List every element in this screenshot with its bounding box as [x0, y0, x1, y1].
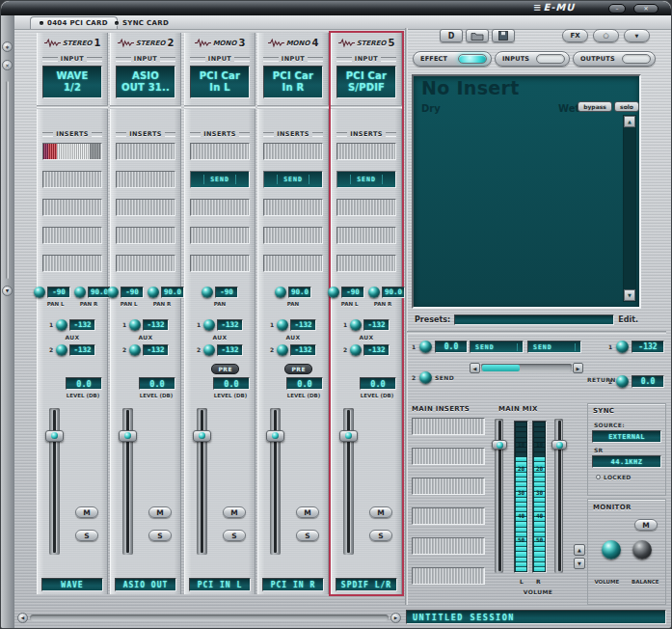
main-fader-left-handle[interactable]: [492, 440, 507, 450]
aux1-knob[interactable]: [56, 319, 67, 331]
scrollbar-thumb[interactable]: [482, 365, 520, 371]
aux1-return-display[interactable]: -132: [632, 341, 664, 353]
aux1-display[interactable]: -132: [217, 319, 243, 331]
aux1-knob[interactable]: [350, 319, 362, 331]
channel-fader-track[interactable]: [343, 408, 354, 555]
aux1-display[interactable]: -132: [69, 319, 95, 331]
insert-slot[interactable]: [336, 227, 396, 244]
tab-0404-pci-card[interactable]: 0404 PCI CARD: [30, 16, 118, 29]
input-name-display[interactable]: WAVE 1/2: [42, 66, 102, 98]
scroll-up-button[interactable]: ▲: [624, 116, 635, 127]
channel-fader-handle[interactable]: [339, 430, 358, 442]
main-insert-slot[interactable]: [412, 567, 485, 585]
aux2-knob[interactable]: [56, 344, 67, 356]
focus-button[interactable]: ○: [593, 29, 619, 42]
aux1-display[interactable]: -132: [290, 319, 316, 331]
insert-slot[interactable]: [42, 199, 102, 216]
main-insert-slot[interactable]: [412, 507, 485, 525]
insert-slot[interactable]: [263, 255, 323, 272]
rail-scroll-down-button[interactable]: ▼: [2, 286, 13, 296]
scroll-left-button[interactable]: ◀: [470, 363, 480, 373]
input-name-display[interactable]: PCI Car In L: [190, 66, 250, 98]
main-insert-slot[interactable]: [412, 478, 485, 495]
level-display[interactable]: 0.0: [213, 377, 250, 390]
aux2-display[interactable]: -132: [143, 344, 169, 356]
presets-field[interactable]: [454, 314, 614, 325]
pre-fader-badge[interactable]: PRE: [211, 364, 239, 374]
save-session-button[interactable]: [492, 29, 515, 42]
close-button[interactable]: ✕: [633, 4, 659, 14]
aux1-knob[interactable]: [203, 319, 215, 331]
insert-slot[interactable]: [42, 171, 102, 188]
insert-slot[interactable]: [336, 255, 396, 272]
pan-right-display[interactable]: 90.0: [161, 287, 184, 298]
insert-slot[interactable]: [336, 199, 396, 216]
aux2-bus-insert-slot[interactable]: SEND: [527, 341, 581, 353]
mute-button[interactable]: M: [369, 506, 392, 518]
insert-slot-send[interactable]: SEND: [336, 171, 396, 188]
main-fader-left-track[interactable]: [495, 419, 503, 573]
pan-right-knob[interactable]: [74, 287, 86, 298]
solo-button[interactable]: S: [75, 530, 98, 541]
volume-up-button[interactable]: ▲: [574, 544, 585, 556]
solo-button[interactable]: S: [296, 530, 319, 541]
fx-solo-button[interactable]: solo: [614, 101, 639, 112]
aux2-display[interactable]: -132: [363, 344, 390, 356]
level-display[interactable]: 0.0: [139, 377, 175, 390]
pan-left-knob[interactable]: [328, 287, 339, 298]
channel-fader-handle[interactable]: [193, 430, 211, 442]
aux1-return-knob[interactable]: [616, 341, 629, 353]
input-name-display[interactable]: PCI Car In R: [263, 66, 323, 98]
aux1-send-display[interactable]: 0.0: [435, 341, 468, 353]
aux2-knob[interactable]: [129, 344, 141, 356]
insert-slot[interactable]: [336, 143, 396, 160]
pan-left-knob[interactable]: [107, 287, 119, 298]
scroll-down-button[interactable]: ▼: [624, 289, 635, 301]
main-insert-slot[interactable]: [412, 448, 485, 465]
rail-button-1[interactable]: ∗: [2, 41, 13, 52]
sync-source-display[interactable]: EXTERNAL: [592, 430, 661, 443]
mute-button[interactable]: M: [223, 506, 246, 518]
insert-slot[interactable]: [42, 255, 102, 272]
tab-outputs[interactable]: OUTPUTS: [573, 51, 656, 67]
main-insert-slot[interactable]: [412, 537, 485, 555]
insert-slot[interactable]: [263, 143, 323, 160]
mute-button[interactable]: M: [148, 506, 172, 518]
aux2-display[interactable]: -132: [217, 344, 243, 356]
insert-slot-meter[interactable]: [42, 143, 102, 160]
scribble-strip[interactable]: ASIO OUT: [115, 578, 176, 591]
tab-inputs[interactable]: INPUTS: [495, 51, 570, 67]
insert-slot[interactable]: [116, 143, 175, 160]
horizontal-scrollbar[interactable]: ◀ ▶: [17, 612, 401, 623]
scribble-strip[interactable]: PCI IN L: [189, 578, 251, 591]
aux2-send-knob[interactable]: [419, 371, 432, 384]
channel-fader-track[interactable]: [122, 408, 133, 555]
mute-button[interactable]: M: [296, 506, 319, 518]
scribble-strip[interactable]: WAVE: [41, 578, 103, 591]
input-name-display[interactable]: PCI Car S/PDIF: [336, 66, 396, 98]
new-session-button[interactable]: D: [440, 29, 463, 42]
scrollbar-track[interactable]: [481, 364, 572, 372]
pan-right-knob[interactable]: [368, 287, 380, 298]
pre-fader-badge[interactable]: PRE: [284, 364, 312, 374]
aux1-knob[interactable]: [277, 319, 288, 331]
main-fader-right-track[interactable]: [554, 419, 563, 573]
main-fader-right-handle[interactable]: [551, 440, 567, 450]
scroll-right-button[interactable]: ▶: [573, 363, 583, 373]
insert-slot-send[interactable]: SEND: [190, 171, 250, 188]
channel-fader-track[interactable]: [49, 408, 60, 555]
volume-down-button[interactable]: ▼: [574, 558, 585, 569]
level-display[interactable]: 0.0: [360, 377, 396, 390]
aux1-display[interactable]: -132: [363, 319, 390, 331]
insert-slot[interactable]: [116, 171, 175, 188]
insert-slot[interactable]: [190, 199, 250, 216]
solo-button[interactable]: S: [223, 530, 246, 541]
pan-left-knob[interactable]: [34, 287, 45, 298]
insert-slot[interactable]: [116, 199, 175, 216]
aux2-return-display[interactable]: 0.0: [632, 375, 664, 388]
view-dropdown-button[interactable]: ▼: [624, 29, 650, 42]
solo-button[interactable]: S: [148, 530, 172, 541]
aux2-display[interactable]: -132: [69, 344, 95, 356]
aux1-send-knob[interactable]: [419, 341, 432, 353]
pan-left-display[interactable]: -90: [47, 287, 70, 298]
